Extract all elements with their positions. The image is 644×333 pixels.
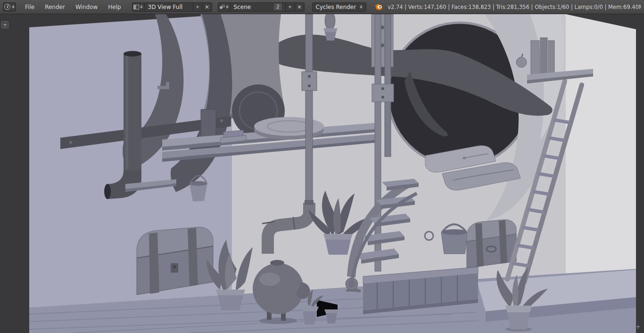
screen-name-label: 3D View Full [148,4,183,10]
scene-render[interactable] [0,14,644,333]
resize-grip-icon[interactable]: + [635,324,641,330]
editor-type-button[interactable]: i [3,2,16,12]
chevron-updown-icon [360,5,363,8]
scene-name-field[interactable]: Scene 2 [230,2,286,12]
stats-text: v2.74 | Verts:147,160 | Faces:138,823 | … [388,4,641,10]
blender-window: i File Render Window Help 3D View Full +… [0,0,644,333]
scene-add-button[interactable]: + [286,2,295,12]
render-engine-label: Cycles Render [316,4,356,10]
screen-layout-group: 3D View Full + ✕ [132,2,212,12]
chest-right[interactable] [467,220,516,268]
menu-render[interactable]: Render [40,0,70,14]
scene-name-label: Scene [234,4,251,10]
render-engine-select[interactable]: Cycles Render [312,2,367,12]
apple[interactable] [516,57,527,67]
viewport-3d[interactable]: + + [0,14,644,333]
scene-users-count-badge[interactable]: 2 [274,3,282,10]
menu-bar: File Render Window Help [20,0,126,14]
menu-window[interactable]: Window [70,0,103,14]
chevron-updown-icon [226,5,229,8]
chevron-updown-icon [140,5,143,8]
scene-icon [219,5,225,9]
screen-name-field[interactable]: 3D View Full [144,2,193,12]
scene-selector-group: Scene 2 + ✕ [218,2,305,12]
screen-delete-button[interactable]: ✕ [203,2,212,12]
screen-layout-icon [133,5,139,9]
info-editor-icon: i [4,4,10,10]
region-expand-icon[interactable]: + [1,21,8,28]
scene-browse-button[interactable] [218,2,230,12]
blender-logo-icon [374,3,383,10]
screen-add-button[interactable]: + [193,2,203,12]
menu-file[interactable]: File [20,0,40,14]
chevron-updown-icon [12,5,15,8]
menu-help[interactable]: Help [103,0,126,14]
wall-panel[interactable] [201,109,216,137]
info-header: i File Render Window Help 3D View Full +… [0,0,644,14]
screen-browse-button[interactable] [132,2,144,12]
round-table[interactable] [254,117,324,140]
scene-delete-button[interactable]: ✕ [295,2,305,12]
